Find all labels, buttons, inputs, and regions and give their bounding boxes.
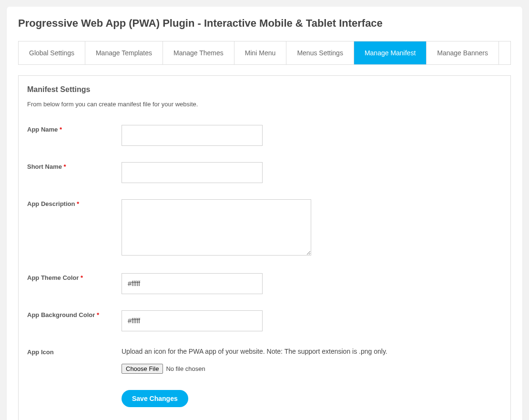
app-description-input[interactable] xyxy=(122,199,311,256)
short-name-input[interactable] xyxy=(122,162,263,183)
save-button[interactable]: Save Changes xyxy=(122,390,188,407)
theme-color-input[interactable] xyxy=(122,273,263,294)
page-title: Progressive Web App (PWA) Plugin - Inter… xyxy=(18,17,511,30)
manifest-settings-panel: Manifest Settings From below form you ca… xyxy=(18,75,511,420)
file-chosen-status: No file chosen xyxy=(166,365,205,372)
app-name-input[interactable] xyxy=(122,125,263,146)
app-name-label: App Name * xyxy=(27,125,122,133)
bg-color-input[interactable] xyxy=(122,310,263,331)
app-icon-label: App Icon xyxy=(27,348,122,356)
short-name-label: Short Name * xyxy=(27,162,122,170)
bg-color-label: App Background Color * xyxy=(27,310,122,318)
tab-mini-menu[interactable]: Mini Menu xyxy=(234,41,286,64)
app-icon-hint: Upload an icon for the PWA app of your w… xyxy=(122,348,502,355)
theme-color-label: App Theme Color * xyxy=(27,273,122,281)
tab-global-settings[interactable]: Global Settings xyxy=(19,41,85,64)
tab-manage-themes[interactable]: Manage Themes xyxy=(163,41,234,64)
app-description-label: App Description * xyxy=(27,199,122,207)
tab-manage-templates[interactable]: Manage Templates xyxy=(85,41,163,64)
choose-file-button[interactable]: Choose File xyxy=(122,364,163,374)
tabs-nav: Global Settings Manage Templates Manage … xyxy=(18,41,511,65)
panel-heading: Manifest Settings xyxy=(27,85,502,94)
tab-manage-manifest[interactable]: Manage Manifest xyxy=(354,41,426,64)
tab-menus-settings[interactable]: Menus Settings xyxy=(286,41,354,64)
panel-subtext: From below form you can create manifest … xyxy=(27,101,502,108)
tab-manage-banners[interactable]: Manage Banners xyxy=(427,41,498,64)
